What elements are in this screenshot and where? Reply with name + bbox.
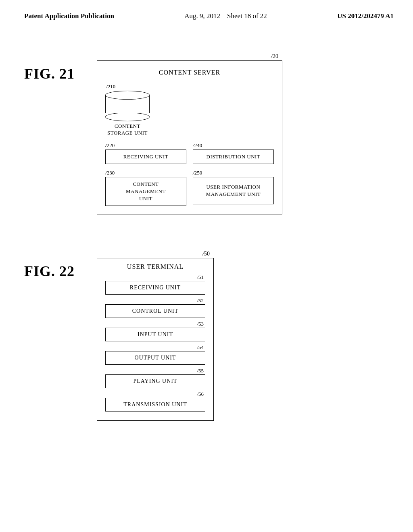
patent-number-label: US 2012/202479 A1 <box>337 11 394 21</box>
page-header: Patent Application Publication Aug. 9, 2… <box>0 0 413 25</box>
publication-label: Patent Application Publication <box>24 11 114 21</box>
receiving-unit-box: RECEIVING UNIT <box>105 150 186 164</box>
fig22-units-list: /51RECEIVING UNIT/52CONTROL UNIT/53INPUT… <box>97 274 213 420</box>
content-storage-label: CONTENTSTORAGE UNIT <box>105 123 150 137</box>
cylinder-top <box>105 91 150 100</box>
ref-240: 240 <box>194 142 202 148</box>
fig22-label: FIG. 22 <box>24 239 97 280</box>
unit-item-51: /51RECEIVING UNIT <box>105 274 205 295</box>
ref-20-label: 20 <box>273 53 278 59</box>
distribution-unit-box: DISTRIBUTION UNIT <box>193 150 274 164</box>
unit-item-56: /56TRANSMISSION UNIT <box>105 391 205 411</box>
unit-item-54: /54OUTPUT UNIT <box>105 344 205 365</box>
fig21-storage-row: /210 CONTENTSTORAGE UNIT <box>105 83 274 137</box>
user-info-management-unit-box: USER INFORMATIONMANAGEMENT UNIT <box>193 177 274 204</box>
fig21-row2: /220 RECEIVING UNIT /240 DISTRIBUTION UN… <box>105 142 274 164</box>
unit-box-56: TRANSMISSION UNIT <box>105 398 205 411</box>
fig21-diagram: CONTENT SERVER /210 CONTENTSTOR <box>97 60 282 215</box>
unit-box-53: INPUT UNIT <box>105 328 205 341</box>
fig21-section: FIG. 21 /20 CONTENT SERVER /210 <box>24 41 389 215</box>
ref-210: 210 <box>108 83 116 89</box>
fig22-section: FIG. 22 /50 USER TERMINAL /51RECEIVING U… <box>24 239 389 421</box>
sheet-label: Sheet 18 of 22 <box>227 12 267 20</box>
date-label: Aug. 9, 2012 <box>184 12 220 20</box>
ref-250: 250 <box>194 170 202 176</box>
content-storage-cylinder <box>105 91 150 121</box>
unit-item-52: /52CONTROL UNIT <box>105 297 205 318</box>
unit-box-55: PLAYING UNIT <box>105 374 205 388</box>
ref-50-label: 50 <box>204 251 210 257</box>
unit-item-55: /55PLAYING UNIT <box>105 367 205 388</box>
ref-220: 220 <box>107 142 115 148</box>
fig22-title: USER TERMINAL <box>97 258 213 274</box>
fig21-label: FIG. 21 <box>24 41 97 82</box>
fig22-diagram: USER TERMINAL /51RECEIVING UNIT/52CONTRO… <box>97 258 214 421</box>
ref-230: 230 <box>107 170 115 176</box>
content-management-unit-box: CONTENTMANAGEMENTUNIT <box>105 177 186 206</box>
fig21-row3: /230 CONTENTMANAGEMENTUNIT /250 USER INF… <box>105 170 274 206</box>
unit-item-53: /53INPUT UNIT <box>105 320 205 341</box>
unit-box-54: OUTPUT UNIT <box>105 351 205 365</box>
unit-box-51: RECEIVING UNIT <box>105 281 205 295</box>
date-sheet-label: Aug. 9, 2012 Sheet 18 of 22 <box>184 11 267 21</box>
unit-box-52: CONTROL UNIT <box>105 304 205 318</box>
cylinder-bottom <box>105 112 150 121</box>
main-content: FIG. 21 /20 CONTENT SERVER /210 <box>0 25 413 453</box>
fig21-title: CONTENT SERVER <box>105 69 274 76</box>
